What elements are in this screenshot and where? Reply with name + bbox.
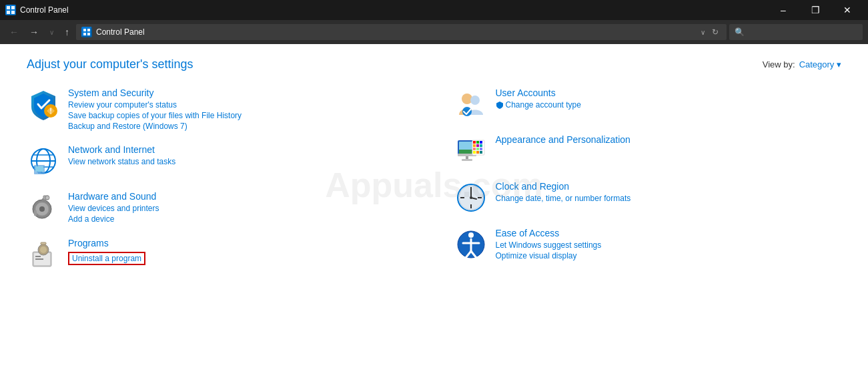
svg-rect-49 <box>476 144 479 147</box>
view-network-status-link[interactable]: View network status and tasks <box>68 157 414 166</box>
svg-rect-55 <box>476 151 479 154</box>
category-user-accounts: User Accounts Change account type <box>454 87 842 121</box>
ease-of-access-icon <box>454 228 488 261</box>
svg-rect-33 <box>35 256 41 257</box>
view-by-label: View by: <box>763 59 795 69</box>
address-dropdown-arrow[interactable]: ∨ <box>701 29 705 36</box>
svg-rect-18 <box>35 166 43 172</box>
svg-rect-42 <box>466 156 468 159</box>
window-controls: – ❐ ✕ <box>768 0 863 20</box>
view-by-control: View by: Category ▾ <box>763 59 841 69</box>
address-text: Control Panel <box>96 27 145 37</box>
category-network-internet: Network and Internet View network status… <box>27 144 414 178</box>
svg-rect-6 <box>83 29 86 31</box>
appearance-personalization-icon <box>454 134 488 168</box>
optimize-visual-display-link[interactable]: Optimize visual display <box>496 251 842 260</box>
categories-grid: ! System and Security Review your comput… <box>27 87 841 285</box>
change-date-time-link[interactable]: Change date, time, or number formats <box>496 194 842 203</box>
forward-button[interactable]: → <box>25 24 43 40</box>
refresh-button[interactable]: ↻ <box>709 27 721 37</box>
main-content: Adjust your computer's settings View by:… <box>0 44 868 370</box>
svg-rect-54 <box>473 151 476 154</box>
uninstall-program-link[interactable]: Uninstall a program <box>68 252 145 265</box>
svg-rect-34 <box>35 258 43 260</box>
search-icon: 🔍 <box>735 27 745 37</box>
left-column: ! System and Security Review your comput… <box>27 87 414 285</box>
appearance-personalization-title[interactable]: Appearance and Personalization <box>496 134 842 145</box>
category-ease-of-access: Ease of Access Let Windows suggest setti… <box>454 228 842 261</box>
address-box[interactable]: Control Panel ∨ ↻ <box>76 24 727 40</box>
svg-rect-43 <box>462 159 472 161</box>
clock-region-content: Clock and Region Change date, time, or n… <box>496 181 842 203</box>
file-history-link[interactable]: Save backup copies of your files with Fi… <box>68 111 414 120</box>
windows-suggest-settings-link[interactable]: Let Windows suggest settings <box>496 240 842 250</box>
svg-point-36 <box>470 96 480 105</box>
restore-button[interactable]: ❐ <box>800 0 831 20</box>
network-internet-title[interactable]: Network and Internet <box>68 144 414 155</box>
svg-rect-7 <box>87 29 90 31</box>
svg-rect-50 <box>480 144 482 147</box>
appearance-personalization-content: Appearance and Personalization <box>496 134 842 147</box>
user-accounts-content: User Accounts Change account type <box>496 87 842 110</box>
addressbar: ← → ∨ ↑ Control Panel ∨ ↻ 🔍 <box>0 20 868 44</box>
svg-point-22 <box>39 206 45 212</box>
page-title: Adjust your computer's settings <box>27 57 193 71</box>
clock-region-title[interactable]: Clock and Region <box>496 181 842 192</box>
svg-rect-26 <box>34 210 37 216</box>
titlebar: Control Panel – ❐ ✕ <box>0 0 868 20</box>
up-button[interactable]: ↑ <box>61 24 73 40</box>
backup-restore-link[interactable]: Backup and Restore (Windows 7) <box>68 122 414 131</box>
category-hardware-sound: Hardware and Sound View devices and prin… <box>27 191 414 224</box>
svg-point-67 <box>468 232 474 238</box>
search-box[interactable]: 🔍 <box>729 24 863 40</box>
user-accounts-icon <box>454 87 488 121</box>
review-computer-status-link[interactable]: Review your computer's status <box>68 100 414 110</box>
hardware-sound-icon <box>27 191 60 224</box>
system-security-icon: ! <box>27 87 60 121</box>
dropdown-button[interactable]: ∨ <box>45 26 58 39</box>
svg-rect-56 <box>480 151 482 154</box>
svg-rect-47 <box>480 141 482 144</box>
address-icon <box>81 27 92 37</box>
add-device-link[interactable]: Add a device <box>68 214 414 224</box>
svg-rect-19 <box>38 172 41 174</box>
svg-rect-8 <box>83 33 86 35</box>
svg-rect-46 <box>476 141 479 144</box>
svg-point-25 <box>45 196 49 200</box>
change-account-type-link[interactable]: Change account type <box>496 100 842 110</box>
user-accounts-title[interactable]: User Accounts <box>496 87 842 98</box>
network-internet-icon <box>27 144 60 178</box>
minimize-button[interactable]: – <box>768 0 799 20</box>
app-icon <box>5 5 16 15</box>
svg-point-30 <box>40 246 47 253</box>
svg-rect-2 <box>11 6 15 9</box>
svg-rect-4 <box>11 11 15 14</box>
view-by-value[interactable]: Category ▾ <box>799 59 841 69</box>
svg-rect-3 <box>7 11 10 14</box>
svg-rect-53 <box>480 148 482 150</box>
hardware-sound-content: Hardware and Sound View devices and prin… <box>68 191 414 224</box>
ease-of-access-title[interactable]: Ease of Access <box>496 228 842 238</box>
programs-title[interactable]: Programs <box>68 238 414 248</box>
back-button[interactable]: ← <box>5 24 23 40</box>
close-button[interactable]: ✕ <box>832 0 863 20</box>
category-system-security: ! System and Security Review your comput… <box>27 87 414 131</box>
programs-icon <box>27 238 60 271</box>
view-devices-printers-link[interactable]: View devices and printers <box>68 204 414 213</box>
svg-rect-48 <box>473 144 476 147</box>
page-header: Adjust your computer's settings View by:… <box>27 57 841 71</box>
svg-text:!: ! <box>49 107 52 115</box>
category-appearance-personalization: Appearance and Personalization <box>454 134 842 168</box>
clock-region-icon <box>454 181 488 214</box>
network-internet-content: Network and Internet View network status… <box>68 144 414 166</box>
programs-content: Programs Uninstall a program <box>68 238 414 265</box>
category-programs: Programs Uninstall a program <box>27 238 414 271</box>
hardware-sound-title[interactable]: Hardware and Sound <box>68 191 414 202</box>
system-security-title[interactable]: System and Security <box>68 87 414 98</box>
svg-rect-52 <box>476 148 479 150</box>
svg-rect-45 <box>473 141 476 144</box>
right-column: User Accounts Change account type <box>454 87 842 285</box>
category-clock-region: Clock and Region Change date, time, or n… <box>454 181 842 214</box>
ease-of-access-content: Ease of Access Let Windows suggest setti… <box>496 228 842 260</box>
svg-rect-9 <box>87 33 90 35</box>
